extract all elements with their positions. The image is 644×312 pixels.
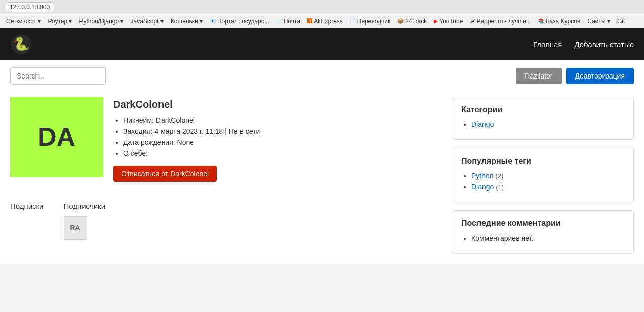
sidebar: Категории Django Популярные теги Python … — [453, 97, 634, 254]
svg-text:🐍: 🐍 — [13, 36, 30, 52]
bookmark-bazakursov[interactable]: 📚 База Курсов — [536, 17, 583, 26]
last-seen-value: 4 марта 2023 г. 11:18 | Не в сети — [155, 127, 260, 135]
deauth-button[interactable]: Деавторизация — [566, 68, 634, 84]
bookmark-router[interactable]: Роутер ▾ — [46, 17, 74, 26]
user-last-seen: Заходил: 4 марта 2023 г. 11:18 | Не в се… — [123, 127, 443, 135]
no-comments: Комментариев нет. — [471, 234, 625, 242]
user-birthdate: Дата рождения: None — [123, 138, 443, 146]
unsubscribe-button[interactable]: Отписаться от DarkColonel — [113, 166, 217, 182]
bookmark-24track[interactable]: 📦 24Track — [395, 17, 429, 26]
user-details-list: Никнейм: DarkColonel Заходил: 4 марта 20… — [113, 116, 443, 158]
user-about: О себе: — [123, 149, 443, 158]
user-info: DarkColonel Никнейм: DarkColonel Заходил… — [113, 97, 443, 182]
tag-django: Django (1) — [471, 183, 625, 191]
site-nav: Главная Добавить статью — [533, 40, 634, 49]
tag-python-count: (2) — [495, 172, 503, 180]
categories-title: Категории — [461, 105, 625, 114]
bookmark-sayty[interactable]: Сайты ▾ — [585, 17, 612, 26]
nickname-value: DarkColonel — [156, 116, 195, 124]
razilator-button[interactable]: Razilator — [516, 68, 561, 84]
recent-comments-title: Последние комментарии — [461, 219, 625, 228]
subscriber-avatar[interactable]: RA — [64, 216, 87, 240]
followers-column: Подписчики RA — [64, 202, 106, 240]
user-profile: DA DarkColonel Никнейм: DarkColonel Захо… — [10, 97, 443, 182]
nickname-label: Никнейм: — [123, 116, 154, 124]
auth-buttons: Razilator Деавторизация — [516, 68, 634, 84]
nav-add-article[interactable]: Добавить статью — [574, 40, 634, 49]
categories-card: Категории Django — [453, 97, 634, 140]
category-django-link[interactable]: Django — [471, 120, 494, 128]
bookmark-setkiohot[interactable]: Сетки охот ▾ — [4, 17, 43, 26]
birthdate-label: Дата рождения: — [123, 138, 175, 146]
last-seen-label: Заходил: — [123, 127, 153, 135]
bookmark-aliexpress[interactable]: 🅰 AliExpress — [305, 17, 345, 26]
about-label: О себе: — [123, 149, 148, 158]
following-column: Подписки — [10, 202, 44, 240]
bookmark-pochta[interactable]: ✉️ Почта — [274, 17, 302, 26]
tag-python: Python (2) — [471, 172, 625, 180]
bookmark-pythondjango[interactable]: Python/Django ▾ — [77, 17, 125, 26]
tag-django-link[interactable]: Django — [471, 183, 494, 191]
category-django: Django — [471, 120, 625, 128]
search-input[interactable] — [10, 67, 106, 85]
bookmark-git[interactable]: Git — [615, 17, 627, 26]
popular-tags-list: Python (2) Django (1) — [461, 172, 625, 191]
bookmark-koshelki[interactable]: Кошельки ▾ — [169, 17, 205, 26]
categories-list: Django — [461, 120, 625, 128]
site-logo: 🐍 — [10, 33, 32, 55]
page-wrapper: 🐍 Главная Добавить статью Razilator Деав… — [0, 28, 644, 264]
followers-heading: Подписчики — [64, 202, 106, 210]
bookmark-javascript[interactable]: JavaScript ▾ — [129, 17, 166, 26]
site-logo-icon: 🐍 — [10, 33, 32, 55]
tag-python-link[interactable]: Python — [471, 172, 494, 180]
user-avatar: DA — [10, 97, 103, 177]
bookmark-portal[interactable]: 📧 Портал государс... — [208, 17, 271, 26]
main-content: DA DarkColonel Никнейм: DarkColonel Захо… — [0, 92, 644, 264]
search-auth-bar: Razilator Деавторизация — [0, 60, 644, 92]
bookmark-pepper[interactable]: 🌶 Pepper.ru - лучши... — [468, 17, 533, 26]
recent-comments-list: Комментариев нет. — [461, 234, 625, 242]
bookmarks-bar: Сетки охот ▾ Роутер ▾ Python/Django ▾ Ja… — [0, 14, 644, 28]
bookmark-translator[interactable]: 📄 Переводчик — [348, 17, 393, 26]
address-bar[interactable]: 127.0.0.1:8000 — [4, 2, 55, 12]
content-left: DA DarkColonel Никнейм: DarkColonel Захо… — [10, 97, 443, 254]
birthdate-value: None — [177, 138, 194, 146]
site-header: 🐍 Главная Добавить статью — [0, 28, 644, 60]
subscriptions-section: Подписки Подписчики RA — [10, 197, 443, 240]
bookmark-youtube[interactable]: ▶ YouTube — [432, 17, 465, 26]
browser-bar: 127.0.0.1:8000 — [0, 0, 644, 14]
popular-tags-card: Популярные теги Python (2) Django (1) — [453, 148, 634, 202]
tag-django-count: (1) — [496, 183, 504, 191]
user-nickname: Никнейм: DarkColonel — [123, 116, 443, 124]
user-name: DarkColonel — [113, 99, 443, 110]
nav-home[interactable]: Главная — [533, 40, 562, 49]
following-heading: Подписки — [10, 202, 44, 210]
popular-tags-title: Популярные теги — [461, 157, 625, 166]
recent-comments-card: Последние комментарии Комментариев нет. — [453, 210, 634, 254]
